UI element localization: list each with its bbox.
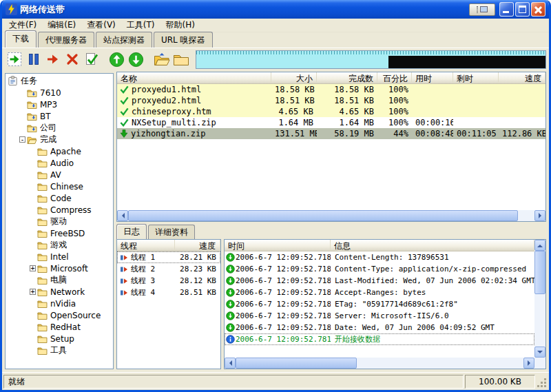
scroll-thumb[interactable]: [534, 251, 545, 294]
log-hscrollbar[interactable]: [225, 358, 534, 369]
tree-item[interactable]: MP3: [6, 99, 113, 110]
scroll-left-button[interactable]: [225, 358, 236, 369]
download-row[interactable]: yizhongtian.zip131.51 MB58.19 MB44%00:08…: [117, 128, 545, 139]
scroll-right-button[interactable]: [523, 358, 534, 369]
log-row[interactable]: 2006-6-7 12:09:52.718Accept-Ranges: byte…: [225, 287, 534, 298]
scroll-up-button[interactable]: [534, 240, 545, 251]
scroll-thumb[interactable]: [236, 358, 357, 369]
category-folder-button[interactable]: [171, 50, 190, 69]
thread-row[interactable]: 线程 228.23 KB: [117, 263, 220, 275]
column-header[interactable]: 速度: [499, 72, 545, 83]
tree-item[interactable]: 驱动: [6, 216, 113, 227]
main-tab-0[interactable]: 下载: [5, 30, 37, 48]
tree-item[interactable]: 游戏: [6, 239, 113, 251]
main-tab-3[interactable]: URL 嗅探器: [154, 32, 213, 48]
thread-row[interactable]: 线程 428.51 KB: [117, 287, 220, 298]
float-window-button[interactable]: [469, 3, 495, 16]
tree-item[interactable]: +Microsoft: [6, 262, 113, 274]
delete-button[interactable]: [63, 50, 81, 69]
menu-item-3[interactable]: 工具(T): [121, 18, 160, 32]
column-header[interactable]: 速度: [175, 240, 220, 251]
title-bar[interactable]: 网络传送带: [2, 0, 549, 19]
tree-item[interactable]: 电脑: [6, 274, 113, 286]
plus-expander-icon[interactable]: +: [30, 289, 36, 295]
column-header[interactable]: 完成数: [317, 72, 377, 83]
new-task-button[interactable]: [5, 50, 23, 69]
plus-expander-icon[interactable]: +: [30, 265, 36, 271]
log-row[interactable]: 2006-6-7 12:09:52.781开始接收数据: [225, 333, 534, 345]
log-row[interactable]: 2006-6-7 12:09:52.718ETag: "05917714d689…: [225, 298, 534, 310]
log-row[interactable]: 2006-6-7 12:09:52.718Content-Length: 137…: [225, 251, 534, 263]
tree-item[interactable]: AV: [6, 169, 113, 180]
tree-item[interactable]: RedHat: [6, 321, 113, 333]
tree-item[interactable]: Intel: [6, 251, 113, 262]
tree-item[interactable]: +Network: [6, 286, 113, 298]
download-row[interactable]: NXSetup_multi.zip1.64 MB1.64 MB100%00:00…: [117, 117, 545, 128]
tree-item[interactable]: nVidia: [6, 298, 113, 309]
commit-button[interactable]: [82, 50, 101, 69]
down-arrow-icon: [537, 351, 543, 356]
tree-item[interactable]: Compress: [6, 204, 113, 216]
tree-item[interactable]: Apache: [6, 145, 113, 157]
thread-row[interactable]: 线程 128.21 KB: [117, 251, 220, 263]
minus-expander-icon[interactable]: -: [19, 136, 25, 143]
scroll-right-button[interactable]: [534, 210, 545, 221]
thread-row[interactable]: 线程 328.12 KB: [117, 275, 220, 287]
download-row[interactable]: chineseproxy.htm4.65 KB4.65 KB100%: [117, 106, 545, 117]
download-list-hscrollbar[interactable]: [117, 210, 545, 221]
log-row[interactable]: 2006-6-7 12:09:52.718Date: Wed, 07 Jun 2…: [225, 322, 534, 333]
menu-item-1[interactable]: 编辑(E): [42, 18, 81, 32]
bottom-tab-1[interactable]: 详细资料: [148, 225, 195, 240]
log-row[interactable]: 2006-6-7 12:09:52.718Last-Modified: Wed,…: [225, 275, 534, 287]
download-row[interactable]: proxyedu2.html18.51 KB18.51 KB100%: [117, 95, 545, 106]
minimize-button[interactable]: [499, 2, 514, 17]
menu-item-2[interactable]: 查看(V): [81, 18, 121, 32]
tree-item[interactable]: Setup: [6, 333, 113, 344]
column-header[interactable]: 剩时: [453, 72, 499, 83]
move-down-button[interactable]: [127, 50, 145, 69]
tree-item[interactable]: 工具: [6, 344, 113, 356]
scroll-track[interactable]: [534, 251, 545, 347]
scroll-track[interactable]: [128, 210, 534, 221]
column-header[interactable]: 名称: [117, 72, 271, 83]
menu-item-4[interactable]: 帮助(H): [160, 18, 200, 32]
info-icon: [225, 335, 236, 344]
open-folder-button[interactable]: [152, 50, 171, 69]
column-header[interactable]: 百分比: [377, 72, 412, 83]
scroll-down-button[interactable]: [534, 347, 545, 358]
tree-item[interactable]: Chinese: [6, 180, 113, 192]
tree-item[interactable]: Audio: [6, 157, 113, 169]
main-tab-1[interactable]: 代理服务器: [38, 32, 94, 48]
bottom-tab-0[interactable]: 日志: [116, 224, 147, 239]
scroll-track[interactable]: [236, 358, 523, 369]
main-tab-2[interactable]: 站点探测器: [96, 32, 152, 48]
maximize-button[interactable]: [515, 2, 530, 17]
tree-item[interactable]: -完成: [6, 134, 113, 145]
download-row[interactable]: proxyedu1.html18.58 KB18.58 KB100%: [117, 84, 545, 95]
tree-item[interactable]: 任务: [6, 75, 113, 87]
scroll-left-button[interactable]: [117, 210, 128, 221]
tree-item[interactable]: 公司: [6, 122, 113, 134]
column-header[interactable]: 时间: [225, 240, 331, 251]
move-up-button[interactable]: [107, 50, 126, 69]
resize-grip[interactable]: [537, 375, 548, 389]
tree-item[interactable]: FreeBSD: [6, 227, 113, 239]
tree-item[interactable]: OpenSource: [6, 309, 113, 321]
log-row[interactable]: 2006-6-7 12:09:52.718Content-Type: appli…: [225, 263, 534, 275]
log-vscrollbar[interactable]: [534, 240, 545, 358]
scroll-thumb[interactable]: [128, 210, 518, 221]
tree-item[interactable]: Code: [6, 192, 113, 204]
log-message: Last-Modified: Wed, 07 Jun 2006 02:02:34…: [331, 276, 534, 285]
close-button[interactable]: [531, 2, 545, 17]
pause-button[interactable]: [24, 50, 43, 69]
tree-item[interactable]: BT: [6, 110, 113, 122]
column-header[interactable]: 大小: [271, 72, 317, 83]
app-window: 网络传送带 文件(F)编辑(E)查看(V)工具(T)帮助(H) 下载代理服务器站…: [0, 0, 551, 392]
column-header[interactable]: 用时: [412, 72, 453, 83]
column-header[interactable]: 线程: [117, 240, 175, 251]
folder-icon: [37, 287, 48, 296]
resume-button[interactable]: [43, 50, 62, 69]
column-header[interactable]: 信息: [331, 240, 534, 251]
log-row[interactable]: 2006-6-7 12:09:52.718Server: Microsoft-I…: [225, 310, 534, 322]
tree-item[interactable]: 7610: [6, 87, 113, 99]
